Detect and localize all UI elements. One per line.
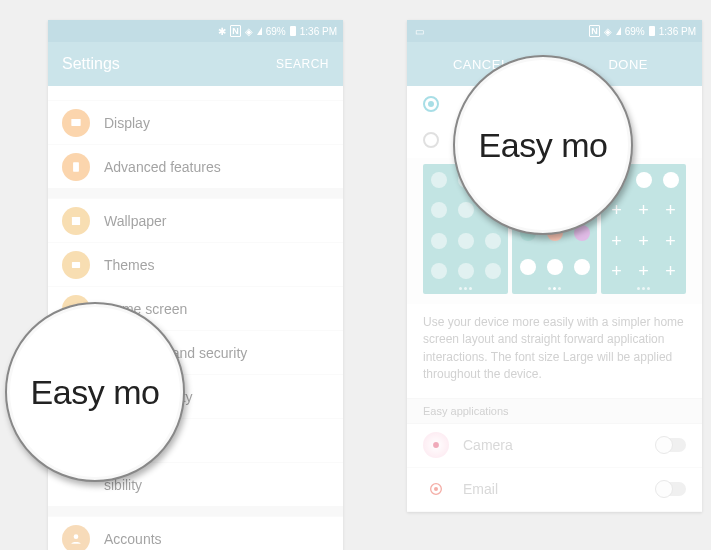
- battery-icon: [290, 26, 296, 36]
- zoom-callout-right: Easy mo: [453, 55, 633, 235]
- screenshot-icon: ▭: [415, 26, 424, 37]
- list-divider: [48, 506, 343, 516]
- battery-icon: [649, 26, 655, 36]
- status-bar: ✱ N ◈ 69% 1:36 PM: [48, 20, 343, 42]
- settings-item-label: Advanced features: [104, 159, 221, 175]
- signal-icon: [257, 27, 262, 35]
- settings-item-accounts[interactable]: Accounts: [48, 516, 343, 550]
- nfc-icon: N: [589, 25, 600, 37]
- svg-point-5: [433, 442, 439, 448]
- wallpaper-icon: [62, 207, 90, 235]
- list-divider: [48, 188, 343, 198]
- radio-icon: [423, 132, 439, 148]
- wifi-icon: ◈: [245, 26, 253, 37]
- settings-item-themes[interactable]: Themes: [48, 242, 343, 286]
- app-name: Camera: [463, 437, 656, 453]
- camera-icon: [423, 432, 449, 458]
- bluetooth-icon: ✱: [218, 26, 226, 37]
- accounts-icon: [62, 525, 90, 551]
- easy-apps-header: Easy applications: [407, 398, 702, 424]
- settings-item-advanced[interactable]: Advanced features: [48, 144, 343, 188]
- settings-header: Settings SEARCH: [48, 42, 343, 86]
- easy-app-camera[interactable]: Camera: [407, 424, 702, 468]
- email-icon: [423, 476, 449, 502]
- toggle-camera[interactable]: [656, 438, 686, 452]
- battery-percent: 69%: [266, 26, 286, 37]
- display-icon: [62, 109, 90, 137]
- settings-item-label: Wallpaper: [104, 213, 167, 229]
- radio-icon: [423, 96, 439, 112]
- toggle-email[interactable]: [656, 482, 686, 496]
- zoom-text: Easy mo: [479, 126, 608, 165]
- page-title: Settings: [62, 55, 276, 73]
- status-time: 1:36 PM: [300, 26, 337, 37]
- settings-item-label: Display: [104, 115, 150, 131]
- mode-description: Use your device more easily with a simpl…: [407, 304, 702, 398]
- search-button[interactable]: SEARCH: [276, 57, 329, 71]
- svg-rect-0: [71, 118, 80, 125]
- app-name: Email: [463, 481, 656, 497]
- settings-item-label: Themes: [104, 257, 155, 273]
- svg-rect-1: [73, 162, 79, 171]
- signal-icon: [616, 27, 621, 35]
- battery-percent: 69%: [625, 26, 645, 37]
- status-bar: ▭ N ◈ 69% 1:36 PM: [407, 20, 702, 42]
- advanced-icon: [62, 153, 90, 181]
- easy-app-email[interactable]: Email: [407, 468, 702, 512]
- svg-point-7: [434, 487, 438, 491]
- svg-rect-3: [72, 262, 80, 268]
- settings-item-label: Accounts: [104, 531, 162, 547]
- settings-item-display[interactable]: Display: [48, 100, 343, 144]
- settings-item-wallpaper[interactable]: Wallpaper: [48, 198, 343, 242]
- svg-rect-2: [72, 216, 80, 224]
- zoom-text: Easy mo: [31, 373, 160, 412]
- themes-icon: [62, 251, 90, 279]
- wifi-icon: ◈: [604, 26, 612, 37]
- status-time: 1:36 PM: [659, 26, 696, 37]
- zoom-callout-left: Easy mo: [5, 302, 185, 482]
- svg-point-4: [74, 534, 79, 539]
- nfc-icon: N: [230, 25, 241, 37]
